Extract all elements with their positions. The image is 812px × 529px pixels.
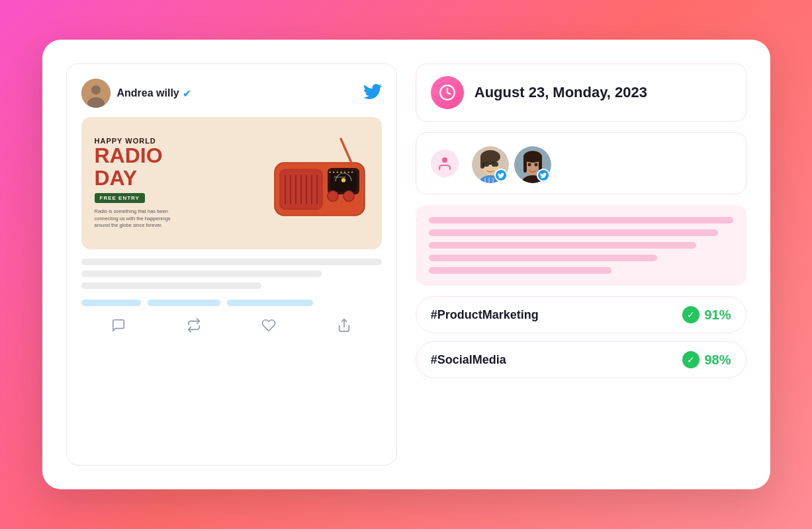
svg-point-1 <box>91 85 101 95</box>
content-line-3 <box>429 242 697 249</box>
free-entry-badge: FREE ENTRY <box>95 193 145 203</box>
skeleton-tag-1 <box>81 300 141 306</box>
svg-rect-18 <box>340 172 341 173</box>
content-line-2 <box>429 229 718 236</box>
user-info: Andrea willy ✔ <box>117 87 191 100</box>
hashtag-pill-2: #SocialMedia ✓ 98% <box>416 341 746 378</box>
content-line-5 <box>429 267 611 274</box>
hashtag-cards: #ProductMarketing ✓ 91% #SocialMedia ✓ 9… <box>416 296 746 378</box>
skeleton-tags <box>81 300 382 306</box>
tweet-user: Andrea willy ✔ <box>81 79 191 108</box>
radio-label: RADIO <box>95 145 181 166</box>
username-row: Andrea willy ✔ <box>117 87 191 100</box>
clock-icon-wrap <box>431 76 464 109</box>
hashtag-name-1: #ProductMarketing <box>431 308 539 322</box>
twitter-badge-1 <box>494 169 508 182</box>
tweet-image: HAPPY WORLD RADIO DAY FREE ENTRY Radio i… <box>81 117 382 249</box>
main-card: Andrea willy ✔ HAPPY WORLD RADIO DAY FRE… <box>42 40 770 489</box>
people-icon-wrap <box>431 149 459 177</box>
avatar <box>81 79 111 108</box>
svg-rect-34 <box>492 162 498 167</box>
accounts-card <box>416 132 746 194</box>
skeleton-line-3 <box>81 282 262 289</box>
tweet-card: Andrea willy ✔ HAPPY WORLD RADIO DAY FRE… <box>66 63 397 466</box>
like-icon[interactable] <box>261 318 276 337</box>
tweet-header: Andrea willy ✔ <box>81 79 382 108</box>
people-icon <box>437 155 453 171</box>
hashtag-name-2: #SocialMedia <box>431 353 506 367</box>
svg-rect-33 <box>482 162 489 167</box>
svg-line-24 <box>341 139 351 163</box>
check-icon-1: ✓ <box>682 306 699 323</box>
account-avatar-1 <box>471 145 508 182</box>
svg-text:Transista: Transista <box>334 175 345 179</box>
twitter-platform-icon <box>363 83 382 104</box>
svg-rect-21 <box>351 172 353 173</box>
hashtag-score-1: ✓ 91% <box>682 306 731 323</box>
check-icon-2: ✓ <box>682 351 699 368</box>
skeleton-line-1 <box>81 259 382 265</box>
svg-rect-16 <box>333 172 334 173</box>
svg-rect-15 <box>329 172 330 173</box>
svg-rect-43 <box>523 157 527 173</box>
tweet-actions <box>81 318 382 337</box>
date-card: August 23, Monday, 2023 <box>416 63 746 122</box>
account-avatar-2 <box>513 145 550 182</box>
svg-point-22 <box>328 190 338 201</box>
date-label: August 23, Monday, 2023 <box>474 84 647 101</box>
verified-badge: ✔ <box>183 87 191 100</box>
svg-point-46 <box>534 163 537 167</box>
content-card <box>416 205 746 286</box>
content-line-1 <box>429 217 733 224</box>
comment-icon[interactable] <box>111 318 126 337</box>
svg-point-23 <box>343 190 354 201</box>
content-line-4 <box>429 255 657 261</box>
svg-rect-17 <box>336 172 338 173</box>
account-avatars <box>471 145 550 182</box>
svg-rect-19 <box>344 172 345 173</box>
right-panel: August 23, Monday, 2023 <box>416 63 746 466</box>
share-icon[interactable] <box>337 318 351 337</box>
radio-illustration: Transista <box>267 134 373 233</box>
hashtag-score-2: ✓ 98% <box>682 351 731 368</box>
radio-description: Radio is something that has been connect… <box>95 208 181 229</box>
score-text-1: 91% <box>704 307 731 323</box>
score-text-2: 98% <box>704 352 731 368</box>
svg-point-45 <box>527 163 531 167</box>
skeleton-line-2 <box>81 270 322 277</box>
skeleton-tag-2 <box>148 300 220 306</box>
svg-rect-20 <box>347 172 349 173</box>
radio-day-text: HAPPY WORLD RADIO DAY FREE ENTRY Radio i… <box>95 137 181 229</box>
twitter-badge-2 <box>537 169 550 182</box>
username: Andrea willy <box>117 87 179 99</box>
clock-icon <box>439 84 456 101</box>
hashtag-pill-1: #ProductMarketing ✓ 91% <box>416 296 746 333</box>
tweet-text-skeleton <box>81 259 382 289</box>
retweet-icon[interactable] <box>187 318 201 337</box>
skeleton-tag-3 <box>227 300 313 306</box>
day-label: DAY <box>95 166 181 190</box>
svg-point-28 <box>442 157 447 163</box>
